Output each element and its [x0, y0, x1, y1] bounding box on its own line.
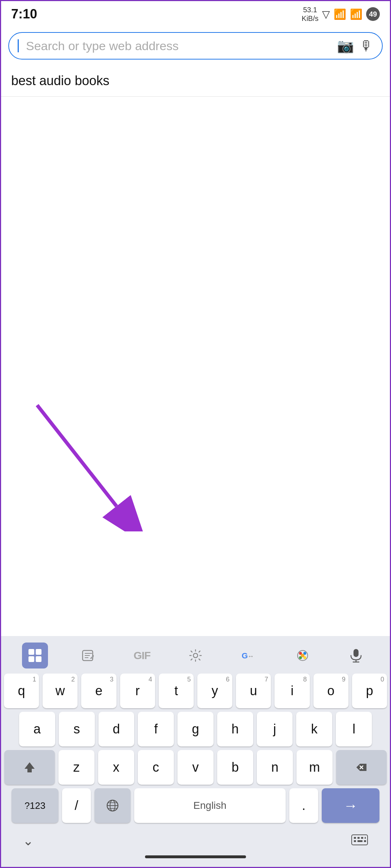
svg-rect-29: [357, 837, 360, 839]
key-j[interactable]: j: [257, 712, 293, 746]
key-u[interactable]: u7: [236, 674, 271, 708]
key-c[interactable]: c: [138, 750, 174, 785]
home-indicator: [145, 855, 246, 858]
svg-rect-30: [361, 837, 363, 839]
svg-rect-17: [353, 649, 359, 657]
key-o[interactable]: o9: [313, 674, 348, 708]
svg-rect-2: [28, 656, 34, 662]
signal-icon: 📶: [334, 8, 346, 20]
svg-rect-28: [354, 837, 356, 839]
key-row-4: ?123 / English . →: [4, 788, 387, 823]
key-b[interactable]: b: [217, 750, 253, 785]
settings-toolbar-btn[interactable]: [183, 643, 208, 668]
key-f[interactable]: f: [138, 712, 174, 746]
key-r[interactable]: r4: [120, 674, 155, 708]
key-e[interactable]: e3: [81, 674, 116, 708]
keyboard-switch-icon[interactable]: [351, 834, 368, 848]
key-k[interactable]: k: [296, 712, 332, 746]
key-a[interactable]: a: [19, 712, 55, 746]
status-time: 7:10: [11, 6, 37, 22]
key-l[interactable]: l: [336, 712, 372, 746]
key-num-switch[interactable]: ?123: [12, 788, 58, 823]
grid-toolbar-btn[interactable]: [22, 643, 48, 668]
palette-toolbar-btn[interactable]: [290, 643, 316, 668]
translate-toolbar-btn[interactable]: G ↔: [236, 643, 262, 668]
key-g[interactable]: g: [177, 712, 214, 746]
key-globe[interactable]: [95, 788, 131, 823]
mic-toolbar-btn[interactable]: [343, 643, 369, 668]
key-slash[interactable]: /: [62, 788, 91, 823]
key-n[interactable]: n: [257, 750, 293, 785]
key-w[interactable]: w2: [43, 674, 78, 708]
key-v[interactable]: v: [177, 750, 214, 785]
search-input-text[interactable]: Search or type web address: [26, 39, 331, 53]
status-icons: 53.1 KiB/s ▽ 📶 📶 49: [302, 5, 380, 23]
svg-rect-3: [36, 656, 41, 662]
key-z[interactable]: z: [58, 750, 95, 785]
key-p[interactable]: p0: [352, 674, 387, 708]
status-bar: 7:10 53.1 KiB/s ▽ 📶 📶 49: [1, 1, 390, 26]
key-period[interactable]: .: [289, 788, 318, 823]
keyboard-toolbar: GIF G ↔: [1, 636, 390, 674]
key-x[interactable]: x: [98, 750, 134, 785]
battery-badge: 49: [366, 7, 380, 21]
key-d[interactable]: d: [98, 712, 135, 746]
key-row-1: q1 w2 e3 r4 t5 y6 u7 i8 o9 p0: [4, 674, 387, 708]
mic-search-icon[interactable]: 🎙: [360, 38, 373, 54]
svg-point-16: [301, 654, 304, 657]
content-area: [1, 97, 390, 378]
svg-text:G: G: [242, 651, 248, 660]
key-m[interactable]: m: [296, 750, 333, 785]
key-h[interactable]: h: [217, 712, 253, 746]
keyboard-area: GIF G ↔: [1, 636, 390, 867]
camera-icon[interactable]: 📷: [337, 38, 354, 54]
svg-rect-0: [28, 649, 34, 655]
suggestion-row[interactable]: best audio books: [1, 65, 390, 97]
sticker-toolbar-btn[interactable]: [75, 643, 101, 668]
key-row-2: a s d f g h j k l: [19, 712, 372, 746]
key-q[interactable]: q1: [4, 674, 39, 708]
key-enter[interactable]: →: [322, 788, 379, 823]
svg-rect-34: [364, 840, 366, 842]
gif-label: GIF: [133, 649, 150, 662]
gif-toolbar-btn[interactable]: GIF: [129, 643, 155, 668]
key-space-english[interactable]: English: [134, 788, 286, 823]
svg-text:↔: ↔: [247, 653, 254, 660]
suggestion-text: best audio books: [11, 73, 109, 88]
svg-rect-33: [357, 840, 363, 842]
key-t[interactable]: t5: [159, 674, 194, 708]
data-speed: 53.1 KiB/s: [302, 5, 318, 23]
key-y[interactable]: y6: [197, 674, 232, 708]
svg-point-8: [193, 653, 198, 658]
key-shift[interactable]: [4, 750, 55, 785]
key-s[interactable]: s: [59, 712, 95, 746]
svg-rect-31: [365, 837, 366, 839]
svg-rect-32: [354, 840, 356, 842]
cursor: [18, 39, 19, 52]
wifi-icon: ▽: [322, 8, 330, 20]
bottom-nav: ⌄: [1, 827, 390, 855]
search-bar[interactable]: Search or type web address 📷 🎙: [8, 32, 383, 60]
svg-rect-27: [352, 835, 368, 845]
key-row-3: z x c v b n m: [4, 750, 387, 785]
key-i[interactable]: i8: [274, 674, 309, 708]
chevron-down-icon[interactable]: ⌄: [23, 833, 34, 849]
key-backspace[interactable]: [336, 750, 387, 785]
signal2-icon: 📶: [350, 8, 363, 20]
search-bar-wrapper: Search or type web address 📷 🎙: [1, 26, 390, 65]
annotation-arrow: [16, 394, 181, 531]
svg-rect-1: [36, 649, 41, 655]
